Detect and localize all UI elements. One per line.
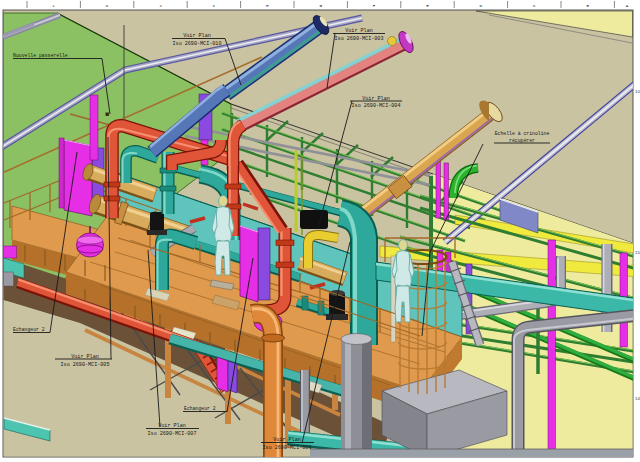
svg-text:Iso 2690-MCI-004: Iso 2690-MCI-004 xyxy=(352,103,401,109)
svg-text:Iso 2690-MCI-006: Iso 2690-MCI-006 xyxy=(263,445,312,451)
svg-text:B: B xyxy=(586,3,589,8)
svg-text:Iso 2690-MCI-007: Iso 2690-MCI-007 xyxy=(148,431,197,437)
svg-text:Nouvelle passerelle: Nouvelle passerelle xyxy=(13,53,68,58)
svg-text:J: J xyxy=(159,3,162,8)
svg-text:F: F xyxy=(373,3,376,8)
svg-text:Iso 2690-MCI-003: Iso 2690-MCI-003 xyxy=(335,36,384,42)
svg-text:Echelle à crinoline: Echelle à crinoline xyxy=(495,131,550,136)
svg-text:Iso 2690-MCI-005: Iso 2690-MCI-005 xyxy=(61,362,110,368)
svg-text:Echangeur 2: Echangeur 2 xyxy=(184,406,216,411)
svg-text:H: H xyxy=(266,3,269,8)
svg-text:récupérer: récupérer xyxy=(509,138,535,143)
svg-text:A: A xyxy=(626,3,629,8)
svg-text:D: D xyxy=(480,3,483,8)
svg-text:L: L xyxy=(52,3,55,8)
svg-text:10: 10 xyxy=(635,89,640,94)
svg-text:K: K xyxy=(106,3,109,8)
svg-text:C: C xyxy=(533,3,536,8)
svg-text:G: G xyxy=(319,3,322,8)
svg-text:14: 14 xyxy=(635,396,640,401)
svg-text:E: E xyxy=(426,3,429,8)
svg-text:Iso 2690-MCI-010: Iso 2690-MCI-010 xyxy=(173,41,222,47)
svg-text:15: 15 xyxy=(635,250,640,255)
svg-text:I: I xyxy=(213,3,216,8)
svg-text:Echangeur 2: Echangeur 2 xyxy=(13,327,45,332)
